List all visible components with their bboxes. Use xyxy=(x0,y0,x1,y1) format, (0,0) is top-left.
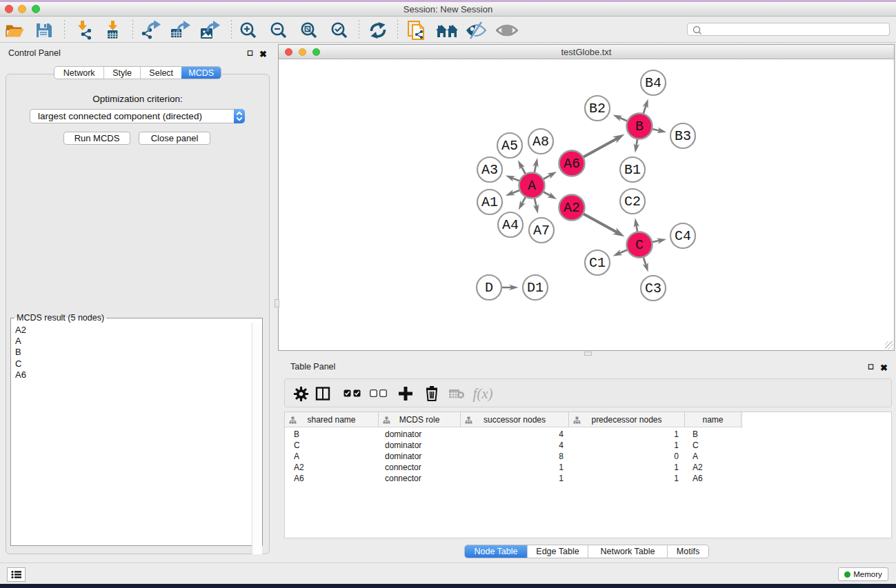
svg-text:B2: B2 xyxy=(589,101,606,116)
svg-text:A5: A5 xyxy=(501,138,518,154)
svg-text:C2: C2 xyxy=(624,194,641,210)
svg-text:D1: D1 xyxy=(527,280,544,296)
svg-text:A1: A1 xyxy=(481,194,498,210)
svg-text:A: A xyxy=(528,178,536,194)
svg-text:C1: C1 xyxy=(589,255,606,271)
svg-text:C3: C3 xyxy=(645,281,661,296)
svg-text:A8: A8 xyxy=(532,134,549,150)
svg-text:A7: A7 xyxy=(533,223,550,239)
svg-text:A3: A3 xyxy=(481,162,498,178)
svg-text:B: B xyxy=(635,119,644,134)
svg-text:B1: B1 xyxy=(624,162,641,178)
svg-text:B4: B4 xyxy=(645,75,661,91)
svg-text:B3: B3 xyxy=(675,128,691,144)
svg-text:C: C xyxy=(635,237,644,253)
svg-text:A2: A2 xyxy=(564,200,580,216)
svg-text:D: D xyxy=(485,280,493,296)
svg-text:A6: A6 xyxy=(564,156,580,172)
svg-text:A4: A4 xyxy=(502,217,519,233)
svg-text:C4: C4 xyxy=(675,228,691,244)
